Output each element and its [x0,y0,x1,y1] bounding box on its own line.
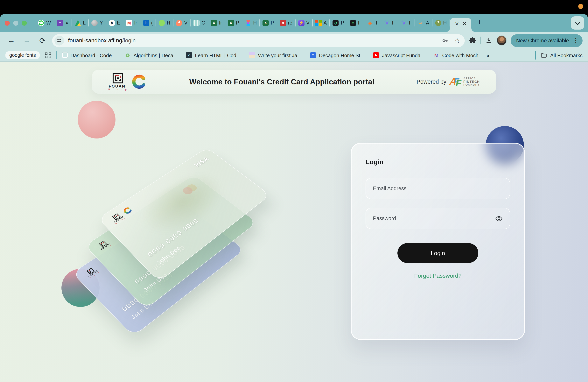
tab-title: F [409,20,412,26]
show-password-eye-icon[interactable] [495,214,503,222]
password-field[interactable]: Password [366,208,510,229]
youtube-favicon: ▶ [373,52,379,58]
zoom-window-button[interactable] [22,21,27,25]
browser-window: ☎W≡✦LY✳EMIrin(HVCXIrXPHXPnre⚡VA◇P◇F◈TVFV… [0,0,588,382]
bookmark-item[interactable]: Dashboard - Code... [62,52,116,58]
url-host: fouani-sandbox.aff.ng [68,37,122,43]
bookmarks-separator [535,51,536,60]
downloads-icon[interactable] [485,37,493,44]
close-tab-icon[interactable]: ✕ [462,21,467,26]
address-bar[interactable]: fouani-sandbox.aff.ng/login ☆ [52,34,465,47]
tab-vite[interactable]: ⚡V [295,14,312,32]
fouani-logo: FOUANI G r o u p [108,73,128,91]
fouani-maze-icon [112,73,123,84]
tab-title: E [117,20,120,26]
forgot-password-link[interactable]: Forgot Password? [366,272,510,279]
tab-clover[interactable]: H [156,14,173,32]
tab-vue[interactable]: VF [381,14,398,32]
bookmarks-overflow-chevrons[interactable]: » [486,52,490,59]
bookmark-google-fonts[interactable]: google fonts [5,51,40,59]
tab-excel[interactable]: XIr [208,14,225,32]
bookmark-label: Write your first Ja... [258,52,301,58]
tab-npm[interactable]: nre [277,14,295,32]
dashboard-favicon [62,53,68,58]
fouani-group-label: G r o u p [108,88,128,91]
login-button[interactable]: Login [398,243,478,263]
password-key-icon[interactable] [441,37,449,44]
reload-button[interactable]: ⟳ [37,36,48,45]
tab-active[interactable]: V ✕ [450,18,471,32]
profile-avatar[interactable] [497,35,507,45]
autox-favicon: aX [418,20,424,26]
tab-pin[interactable]: V [173,14,190,32]
macos-menubar [0,0,588,14]
bookmark-item[interactable]: cLearn HTML | Cod... [186,52,241,58]
login-card: Login Email Address Password Login Forgo… [351,143,525,340]
vue-favicon: V [384,20,390,26]
excel-favicon: X [262,20,269,26]
credit-card-blue: FOUANI G r o u p 0000 0000 0000 John Doe [72,202,244,337]
bookmark-item[interactable]: MCode with Mosh [433,52,478,58]
tab-ms[interactable]: A [313,14,330,32]
tab-pieces[interactable]: ◇F [347,14,364,32]
tab-gmail[interactable]: MIr [123,14,140,32]
close-window-button[interactable] [5,21,10,25]
all-bookmarks-button[interactable]: All Bookmarks [541,52,583,59]
fouani-wordmark: FOUANI [109,84,127,88]
menu-kebab-icon[interactable]: ⋮ [573,37,579,44]
forward-button[interactable]: → [21,36,33,45]
minimize-window-button[interactable] [13,21,18,25]
tab-linkedin[interactable]: in( [140,14,155,32]
decagon-favicon: ≡ [310,52,316,58]
tab-curve [471,28,475,32]
tab-stripes[interactable]: C [190,14,208,32]
tab-title: P [236,20,239,26]
card-number: 0000 0000 0000 [133,244,188,286]
tab-title: P [271,20,274,26]
tab-globe[interactable]: Y [89,14,106,32]
tab-title: Ir [134,20,137,26]
extensions-icon[interactable] [469,37,476,44]
bookmark-item[interactable]: ♻Algorithms | Deca... [125,52,177,58]
gpt-favicon: ✳ [109,20,115,26]
tab-vue[interactable]: VF [398,14,415,32]
bookmark-label: Code with Mosh [442,52,478,58]
tab-drive[interactable]: L [72,14,88,32]
address-bar-actions: ☆ [441,36,460,44]
bookmark-item[interactable]: Write your first Ja... [249,52,301,58]
apps-grid-icon[interactable] [45,53,51,58]
learnhtml-favicon: c [186,52,192,58]
email-field[interactable]: Email Address [366,178,510,199]
password-placeholder: Password [373,215,495,221]
tab-title: L [83,20,86,26]
back-button[interactable]: ← [5,36,17,45]
credit-card-green: FOUANI G r o u p 0000 0000 0000 John Doe [84,175,257,309]
tab-autox[interactable]: aXA [415,14,432,32]
tab-search-button[interactable] [571,16,584,30]
bookmark-star-icon[interactable]: ☆ [454,36,460,44]
figma-favicon [245,20,251,26]
tab-title: Ir [219,20,222,26]
decor-circle-pink [78,101,116,138]
bookmark-item[interactable]: ▶Javascript Funda... [373,52,425,58]
browser-toolbar: ← → ⟳ fouani-sandbox.aff.ng/login ☆ [0,32,588,49]
tab-pieces[interactable]: ◇P [330,14,347,32]
chrome-update-button[interactable]: New Chrome available ⋮ [511,34,583,47]
globe-favicon [92,20,98,26]
card-number: 0000 0000 0000 [121,272,175,313]
decor-circle-gradient [62,269,100,307]
site-settings-icon[interactable] [54,36,64,45]
page-title: Welcome to Fouani's Credit Card Applicat… [147,77,417,86]
tab-excel[interactable]: XP [225,14,242,32]
tab-excel[interactable]: XP [260,14,277,32]
tab-gpt[interactable]: ✳E [106,14,123,32]
tab-tangerine[interactable]: ◈T [364,14,381,32]
fouani-logo: FOUANI G r o u p [110,212,126,224]
bookmark-item[interactable]: ≡Decagon Home St... [310,52,364,58]
url-text[interactable]: fouani-sandbox.aff.ng/login [68,37,438,43]
mastercard-icon [181,183,199,196]
tab-forms[interactable]: ≡✦ [54,14,72,32]
excel-favicon: X [228,20,234,26]
tab-whatsapp[interactable]: ☎W [35,14,54,32]
tab-figma[interactable]: H [242,14,259,32]
